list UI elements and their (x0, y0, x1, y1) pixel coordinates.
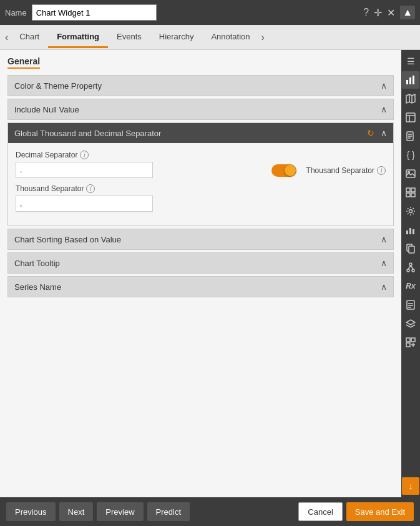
tabs-row: ‹ Chart Formatting Events Hierarchy Anno… (0, 25, 420, 50)
help-icon[interactable]: ? (363, 7, 369, 18)
svg-line-28 (408, 265, 411, 269)
chevron-icon-separator: ∧ (381, 128, 387, 138)
thousand-separator-group: Thousand Separator i (16, 184, 386, 212)
sidebar-icon-doc[interactable] (402, 127, 419, 145)
decimal-separator-group: Decimal Separator i (16, 151, 153, 178)
name-label: Name (5, 8, 27, 17)
accordion-chart-tooltip: Chart Tooltip ∧ (7, 252, 394, 274)
svg-rect-34 (406, 338, 410, 342)
preview-button[interactable]: Preview (97, 502, 143, 521)
sidebar-icon-table[interactable] (402, 109, 419, 126)
svg-rect-30 (407, 300, 414, 309)
svg-point-26 (407, 269, 409, 272)
accordion-series-name: Series Name ∧ (7, 276, 394, 297)
thousand-toggle[interactable] (271, 164, 296, 177)
svg-rect-16 (406, 193, 410, 197)
toggle-track[interactable] (271, 164, 296, 177)
sidebar-icon-copy[interactable] (402, 240, 419, 257)
accordion-include-null-title: Include Null Value (14, 105, 79, 114)
accordion-chart-sorting-header[interactable]: Chart Sorting Based on Value ∧ (8, 229, 393, 249)
move-icon[interactable]: ✛ (374, 7, 382, 19)
sidebar-icon-barchart[interactable] (402, 221, 419, 239)
sidebar-down-arrow-icon[interactable]: ↓ (402, 477, 419, 495)
svg-rect-15 (411, 188, 415, 192)
up-icon[interactable]: ▲ (400, 6, 415, 19)
tab-events[interactable]: Events (108, 27, 150, 48)
general-label: General (7, 56, 40, 69)
sidebar-icon-settings[interactable] (402, 202, 419, 220)
svg-rect-20 (409, 228, 411, 234)
thousand-info-icon: i (86, 184, 95, 193)
accordion-chart-sorting: Chart Sorting Based on Value ∧ (7, 229, 394, 250)
refresh-icon[interactable]: ↻ (367, 128, 374, 138)
header-icons: ? ✛ ✕ ▲ (363, 6, 415, 19)
decimal-input[interactable] (16, 162, 153, 178)
svg-point-27 (412, 269, 414, 272)
sidebar-icon-grid[interactable] (402, 184, 419, 201)
chevron-icon-tooltip: ∧ (381, 258, 387, 268)
svg-rect-17 (411, 193, 415, 197)
toggle-row: Thousand Separator i (271, 164, 386, 177)
sidebar-icon-doc2[interactable] (402, 296, 419, 314)
main-area: General Color & Theme Property ∧ Include… (0, 50, 420, 497)
accordion-color-theme: Color & Theme Property ∧ (7, 75, 394, 96)
thousand-input[interactable] (16, 196, 153, 212)
content-panel: General Color & Theme Property ∧ Include… (0, 50, 401, 497)
svg-rect-0 (406, 80, 408, 84)
accordion-global-separator-body: Decimal Separator i Thousand Separator (8, 143, 393, 226)
close-icon[interactable]: ✕ (387, 7, 395, 19)
svg-line-29 (411, 265, 413, 269)
tab-annotation[interactable]: Annotation (202, 27, 258, 48)
header: Name ? ✛ ✕ ▲ (0, 0, 420, 25)
svg-rect-22 (409, 246, 414, 253)
svg-rect-2 (413, 76, 414, 84)
sidebar-icon-image[interactable] (402, 165, 419, 182)
sidebar-icon-layers[interactable] (402, 315, 419, 332)
toggle-info-icon: i (377, 166, 386, 175)
sidebar-icon-rx[interactable]: Rx (402, 277, 419, 295)
sidebar-icon-map[interactable] (402, 90, 419, 107)
sidebar-icon-list[interactable]: ☰ (402, 52, 419, 70)
accordion-series-name-header[interactable]: Series Name ∧ (8, 277, 393, 297)
decimal-info-icon: i (80, 151, 89, 159)
chevron-icon-series: ∧ (381, 282, 387, 292)
accordion-include-null-header[interactable]: Include Null Value ∧ (8, 99, 393, 119)
accordion-global-separator-title: Global Thousand and Decimal Separator (14, 129, 161, 138)
sidebar-icon-chart[interactable] (402, 71, 419, 89)
tabs-next-btn[interactable]: › (259, 32, 267, 43)
accordion-include-null: Include Null Value ∧ (7, 99, 394, 120)
accordion-global-separator-header[interactable]: Global Thousand and Decimal Separator ↻ … (8, 123, 393, 143)
sidebar-icon-hierarchy[interactable] (402, 259, 419, 276)
right-sidebar: ☰ (401, 50, 420, 497)
footer: Previous Next Preview Predict Cancel Sav… (0, 497, 420, 526)
svg-rect-36 (406, 343, 410, 347)
thousand-label: Thousand Separator i (16, 184, 386, 193)
save-exit-button[interactable]: Save and Exit (346, 502, 414, 521)
accordion-series-name-title: Series Name (14, 282, 61, 292)
accordion-chart-tooltip-title: Chart Tooltip (14, 259, 60, 268)
svg-rect-21 (413, 229, 414, 234)
name-input[interactable] (32, 4, 157, 21)
previous-button[interactable]: Previous (6, 502, 56, 521)
tab-hierarchy[interactable]: Hierarchy (150, 27, 203, 48)
svg-rect-5 (406, 113, 415, 122)
sidebar-icon-addgrid[interactable] (402, 334, 419, 351)
cancel-button[interactable]: Cancel (298, 502, 342, 521)
accordion-color-theme-title: Color & Theme Property (14, 81, 102, 91)
svg-rect-1 (409, 77, 411, 84)
sidebar-icon-code[interactable]: { } (402, 146, 419, 164)
accordion-global-separator: Global Thousand and Decimal Separator ↻ … (7, 122, 394, 226)
svg-point-25 (409, 263, 412, 265)
chevron-icon: ∧ (381, 81, 387, 91)
accordion-color-theme-header[interactable]: Color & Theme Property ∧ (8, 76, 393, 96)
svg-rect-35 (411, 338, 415, 342)
tabs-prev-btn[interactable]: ‹ (2, 32, 11, 43)
accordion-chart-tooltip-header[interactable]: Chart Tooltip ∧ (8, 253, 393, 273)
tab-formatting[interactable]: Formatting (48, 27, 108, 48)
svg-point-18 (409, 210, 413, 213)
toggle-label: Thousand Separator i (306, 166, 386, 175)
svg-rect-14 (406, 188, 410, 192)
next-button[interactable]: Next (59, 502, 94, 521)
predict-button[interactable]: Predict (147, 502, 190, 521)
tab-chart[interactable]: Chart (11, 27, 48, 48)
